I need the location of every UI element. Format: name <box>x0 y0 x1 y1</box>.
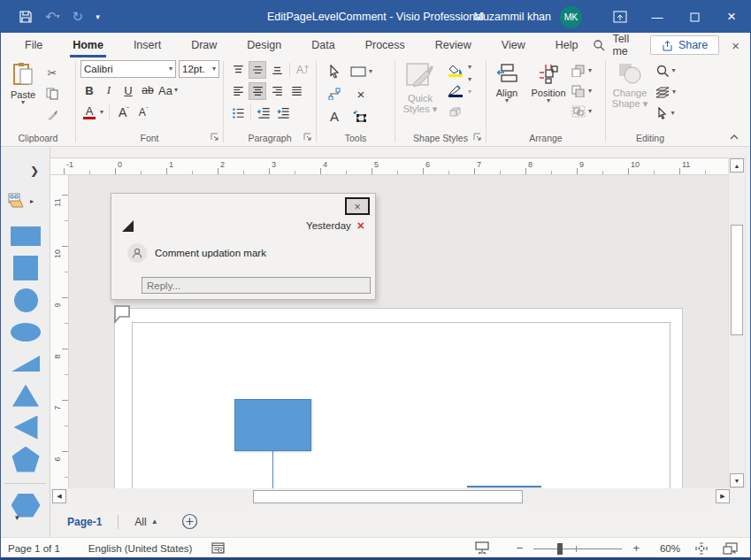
connector-tool-icon[interactable] <box>326 85 343 103</box>
comment-bubble-icon[interactable] <box>113 304 132 324</box>
text-direction-icon[interactable]: A⤴ <box>294 61 311 79</box>
redo-icon[interactable]: ↻ <box>73 9 84 25</box>
ribbon-close-icon[interactable]: × <box>732 38 740 53</box>
stencil-shape-pentagon[interactable] <box>1 443 50 475</box>
grow-font-button[interactable]: Aˆ <box>115 104 133 121</box>
zoom-level[interactable]: 60% <box>654 543 680 554</box>
all-pages-button[interactable]: All ▲ <box>134 516 157 528</box>
share-button[interactable]: Share <box>650 35 719 55</box>
fill-color-caret[interactable]: ▾ <box>468 65 471 70</box>
zoom-slider[interactable] <box>533 542 622 555</box>
font-size-select[interactable]: 12pt.▾ <box>179 60 219 78</box>
rectangle-tool-icon[interactable]: ▾ <box>350 63 372 81</box>
tab-home[interactable]: Home <box>57 33 119 58</box>
status-window-icon[interactable] <box>211 542 226 555</box>
change-shape-button[interactable]: Change Shape ▾ <box>608 60 652 130</box>
stencil-shape-left-triangle[interactable] <box>1 411 50 443</box>
maximize-button[interactable] <box>676 1 713 33</box>
zoom-out-icon[interactable]: − <box>513 541 527 555</box>
line-color-icon[interactable] <box>447 82 464 100</box>
change-case-button[interactable]: Aa▾ <box>158 81 178 99</box>
bold-button[interactable]: B <box>80 81 98 99</box>
connection-point-tool-icon[interactable]: × <box>352 85 370 103</box>
stencil-shape-hexagon[interactable] <box>1 489 50 521</box>
presentation-mode-icon[interactable] <box>474 541 490 555</box>
paste-button[interactable]: Paste ▾ <box>3 60 43 130</box>
justify-icon[interactable] <box>287 82 305 100</box>
fit-page-icon[interactable] <box>694 541 709 556</box>
align-top-icon[interactable] <box>229 61 247 79</box>
connector-shape[interactable] <box>272 451 273 488</box>
zoom-slider-track[interactable] <box>533 548 622 549</box>
tab-review[interactable]: Review <box>420 33 487 58</box>
select-icon[interactable]: ▾ <box>655 104 676 122</box>
tab-draw[interactable]: Draw <box>176 33 232 58</box>
save-icon[interactable] <box>19 10 33 24</box>
stencil-shape-square[interactable] <box>1 252 50 284</box>
font-color-button[interactable]: A <box>80 104 98 121</box>
shrink-font-button[interactable]: Aˇ <box>134 104 152 121</box>
paragraph-dialog-launcher-icon[interactable] <box>303 133 314 143</box>
effects-caret[interactable]: ▾ <box>468 89 471 95</box>
panel-more-icon[interactable]: ▾ <box>15 513 19 522</box>
stencil-shape-triangle[interactable] <box>1 380 50 411</box>
position-button[interactable]: Position ▾ <box>527 60 570 130</box>
stencil-icon[interactable]: ▸ <box>8 193 34 209</box>
tab-insert[interactable]: Insert <box>119 33 176 58</box>
align-middle-icon[interactable] <box>249 61 266 79</box>
tell-me[interactable]: Tell me <box>593 33 637 58</box>
page-indicator[interactable]: Page 1 of 1 <box>8 543 60 554</box>
horizontal-scroll-thumb[interactable] <box>253 490 523 503</box>
rectangle-shape[interactable] <box>234 399 311 451</box>
stencil-shape-circle[interactable] <box>1 284 50 316</box>
align-center-icon[interactable] <box>249 82 266 100</box>
page-tab-page1[interactable]: Page-1 <box>67 516 102 528</box>
user-avatar[interactable]: MK <box>560 6 582 28</box>
customize-qat-icon[interactable]: ▾ <box>96 12 100 21</box>
collapse-ribbon-icon[interactable] <box>729 134 740 141</box>
bring-forward-icon[interactable]: ▾ <box>571 62 592 80</box>
find-icon[interactable]: ▾ <box>655 62 676 80</box>
expand-panel-chevron-icon[interactable]: ❯ <box>30 165 39 177</box>
quick-styles-button[interactable]: Quick Styles ▾ <box>397 60 443 130</box>
pointer-tool-icon[interactable] <box>326 63 343 81</box>
line-color-caret[interactable]: ▾ <box>468 77 471 82</box>
zoom-slider-thumb[interactable] <box>557 543 563 555</box>
new-page-button[interactable] <box>181 513 198 530</box>
user-name[interactable]: Muzammil khan <box>473 11 551 23</box>
bullets-icon[interactable] <box>229 104 247 121</box>
tab-file[interactable]: File <box>10 33 57 58</box>
align-button[interactable]: Align ▾ <box>488 60 525 130</box>
tab-data[interactable]: Data <box>296 33 349 58</box>
scroll-right-icon[interactable]: ▶ <box>716 489 730 503</box>
align-right-icon[interactable] <box>268 82 286 100</box>
increase-indent-icon[interactable] <box>274 104 292 121</box>
tab-help[interactable]: Help <box>540 33 594 58</box>
popup-close-button[interactable]: × <box>345 197 370 215</box>
minimize-button[interactable]: — <box>639 1 676 33</box>
language-indicator[interactable]: English (United States) <box>88 543 193 554</box>
shape-styles-dialog-launcher-icon[interactable] <box>473 133 484 143</box>
tab-process[interactable]: Process <box>350 33 420 58</box>
undo-icon[interactable]: ↶▾ <box>45 9 60 25</box>
stencil-shape-ellipse[interactable] <box>1 316 50 348</box>
align-left-icon[interactable] <box>229 82 247 100</box>
text-tool-icon[interactable]: A <box>326 107 343 125</box>
font-dialog-launcher-icon[interactable] <box>211 133 221 143</box>
decrease-indent-icon[interactable] <box>255 104 272 121</box>
italic-button[interactable]: I <box>100 81 118 99</box>
send-backward-icon[interactable]: ▾ <box>571 82 592 100</box>
switch-windows-icon[interactable] <box>723 542 738 555</box>
fill-color-icon[interactable] <box>447 62 464 80</box>
tab-design[interactable]: Design <box>232 33 296 58</box>
vertical-scroll-thumb[interactable] <box>731 225 743 335</box>
group-icon[interactable]: ▾ <box>571 103 592 120</box>
layers-icon[interactable]: ▾ <box>655 83 676 101</box>
scroll-down-icon[interactable]: ▼ <box>730 473 744 487</box>
stencil-shape-right-triangle[interactable] <box>1 348 50 380</box>
underline-button[interactable]: U <box>119 81 137 99</box>
reply-input[interactable] <box>142 277 371 294</box>
cut-icon[interactable]: ✂ <box>43 64 61 81</box>
strikethrough-button[interactable]: ab <box>139 81 157 99</box>
format-painter-icon[interactable] <box>43 106 61 124</box>
